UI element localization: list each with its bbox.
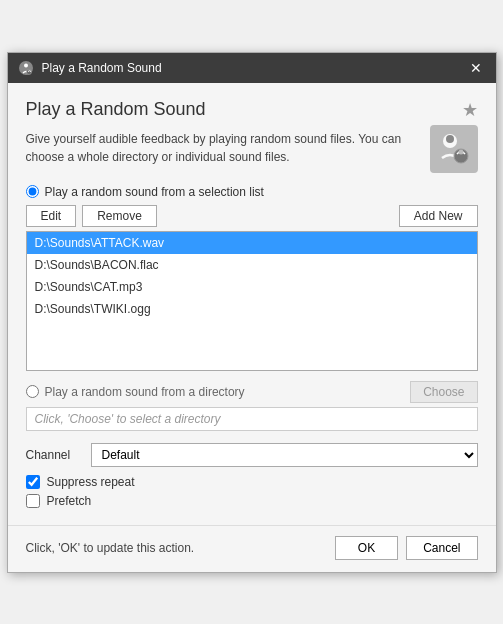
title-bar: Play a Random Sound ✕: [8, 53, 496, 83]
footer-text: Click, 'OK' to update this action.: [26, 541, 335, 555]
directory-radio-label: Play a random sound from a directory: [45, 385, 411, 399]
footer: Click, 'OK' to update this action. OK Ca…: [8, 525, 496, 572]
header-right: ★: [430, 99, 478, 173]
ok-button[interactable]: OK: [335, 536, 398, 560]
add-new-button[interactable]: Add New: [399, 205, 478, 227]
footer-buttons: OK Cancel: [335, 536, 478, 560]
header-description: Give yourself audible feedback by playin…: [26, 130, 420, 166]
list-item[interactable]: D:\Sounds\CAT.mp3: [27, 276, 477, 298]
prefetch-label: Prefetch: [47, 494, 92, 508]
prefetch-checkbox[interactable]: [26, 494, 40, 508]
remove-button[interactable]: Remove: [82, 205, 157, 227]
list-item[interactable]: D:\Sounds\TWIKI.ogg: [27, 298, 477, 320]
directory-radio[interactable]: [26, 385, 39, 398]
cancel-button[interactable]: Cancel: [406, 536, 477, 560]
channel-row: Channel Default Channel 1 Channel 2 Chan…: [26, 443, 478, 467]
dialog: Play a Random Sound ✕ Play a Random Soun…: [7, 52, 497, 573]
favorite-icon[interactable]: ★: [462, 99, 478, 121]
svg-point-4: [446, 135, 454, 143]
directory-section: Play a random sound from a directory Cho…: [26, 381, 478, 431]
suppress-repeat-label: Suppress repeat: [47, 475, 135, 489]
svg-point-2: [26, 69, 31, 74]
directory-radio-row: Play a random sound from a directory Cho…: [26, 381, 478, 403]
file-list: D:\Sounds\ATTACK.wav D:\Sounds\BACON.fla…: [26, 231, 478, 371]
selection-radio[interactable]: [26, 185, 39, 198]
dialog-content: Play a Random Sound Give yourself audibl…: [8, 83, 496, 525]
list-item[interactable]: D:\Sounds\ATTACK.wav: [27, 232, 477, 254]
close-button[interactable]: ✕: [466, 58, 486, 78]
prefetch-row: Prefetch: [26, 494, 478, 508]
header-left: Play a Random Sound Give yourself audibl…: [26, 99, 420, 166]
title-bar-icon: [18, 60, 34, 76]
page-title: Play a Random Sound: [26, 99, 420, 120]
selection-radio-label: Play a random sound from a selection lis…: [45, 185, 264, 199]
suppress-repeat-checkbox[interactable]: [26, 475, 40, 489]
channel-label: Channel: [26, 448, 81, 462]
choose-button[interactable]: Choose: [410, 381, 477, 403]
edit-button[interactable]: Edit: [26, 205, 77, 227]
directory-input-placeholder: Click, 'Choose' to select a directory: [26, 407, 478, 431]
channel-select[interactable]: Default Channel 1 Channel 2 Channel 3: [91, 443, 478, 467]
plugin-icon: [430, 125, 478, 173]
list-item[interactable]: D:\Sounds\BACON.flac: [27, 254, 477, 276]
svg-point-6: [458, 149, 463, 154]
title-bar-text: Play a Random Sound: [42, 61, 466, 75]
list-buttons-row: Edit Remove Add New: [26, 205, 478, 227]
selection-radio-row: Play a random sound from a selection lis…: [26, 185, 478, 199]
svg-point-1: [24, 63, 28, 67]
header-row: Play a Random Sound Give yourself audibl…: [26, 99, 478, 173]
suppress-repeat-row: Suppress repeat: [26, 475, 478, 489]
selection-section: Play a random sound from a selection lis…: [26, 185, 478, 371]
